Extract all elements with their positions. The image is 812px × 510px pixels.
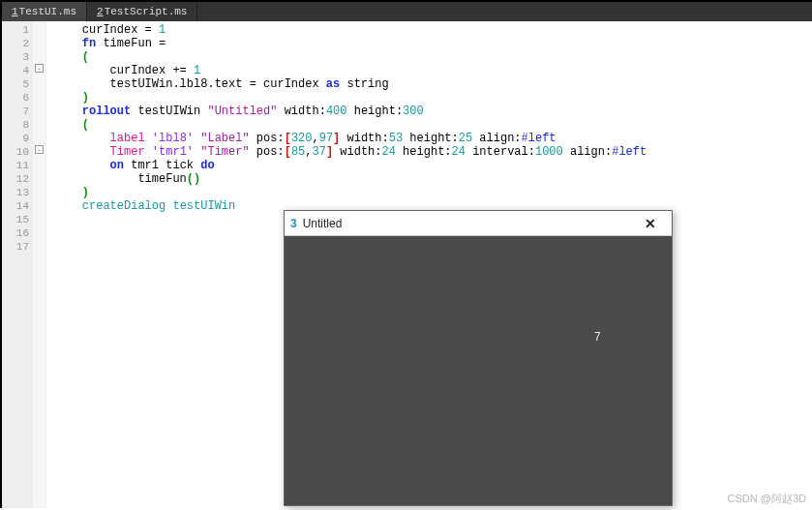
line-gutter: 1234567891011121314151617: [2, 21, 33, 508]
file-tab[interactable]: 1 TestUI.ms: [2, 2, 87, 21]
rollout-titlebar[interactable]: 3 Untitled ✕: [285, 211, 672, 236]
rollout-body: 7: [285, 236, 672, 505]
fold-gutter: --: [33, 21, 46, 508]
watermark: CSDN @阿赵3D: [728, 492, 806, 506]
app-icon: 3: [290, 217, 297, 230]
label-lbl8: 7: [594, 330, 601, 344]
editor-tabbar: 1 TestUI.ms2 TestScript.ms: [0, 0, 812, 21]
rollout-window: 3 Untitled ✕ 7: [284, 210, 673, 506]
fold-toggle[interactable]: -: [35, 145, 44, 154]
close-button[interactable]: ✕: [635, 216, 666, 231]
fold-toggle[interactable]: -: [35, 64, 44, 73]
window-title: Untitled: [303, 217, 343, 230]
file-tab[interactable]: 2 TestScript.ms: [87, 2, 197, 21]
